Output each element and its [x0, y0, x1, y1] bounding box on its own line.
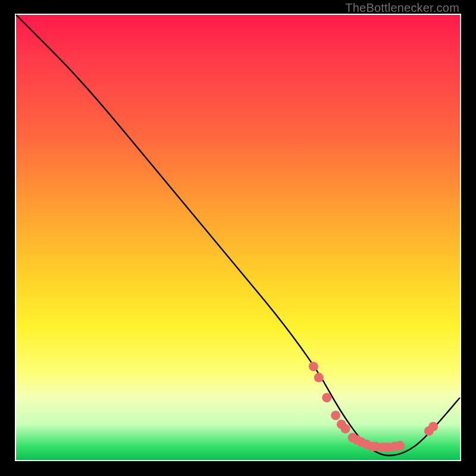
data-point: [341, 424, 350, 434]
data-point: [395, 441, 405, 450]
data-point: [314, 373, 324, 383]
curve-layer: [16, 15, 460, 456]
data-point: [322, 393, 331, 402]
data-point: [428, 422, 438, 431]
plot-border: [15, 14, 461, 461]
data-point: [309, 362, 318, 371]
bottleneck-curve: [16, 15, 460, 456]
chart-svg: [15, 14, 461, 461]
chart-frame: TheBottlenecker.com: [0, 0, 476, 476]
watermark-text: TheBottlenecker.com: [345, 1, 459, 15]
marker-layer: [309, 362, 438, 452]
data-point: [331, 411, 340, 420]
